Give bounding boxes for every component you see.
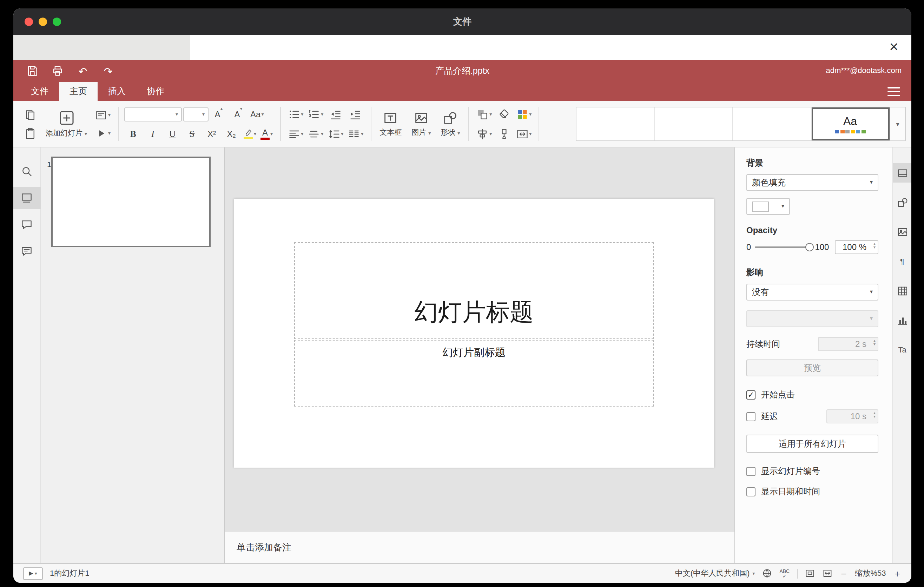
comments-button[interactable] [13,213,40,236]
slides-panel-button[interactable] [13,187,40,209]
zoom-out-button[interactable]: − [840,568,848,579]
document-language-button[interactable] [762,568,772,579]
horizontal-align-button[interactable]: ▾ [286,125,305,142]
copy-style-button[interactable] [495,125,513,142]
image-settings-tab[interactable] [893,222,911,242]
close-editor-button[interactable]: × [885,37,903,57]
numbering-button[interactable]: ▾ [306,106,325,122]
insert-textbox-button[interactable]: 文本框 [375,101,406,147]
slide-settings-icon [896,167,908,179]
start-slideshow-button[interactable]: ▾ [93,125,112,142]
notes-area[interactable]: 单击添加备注 [225,531,734,563]
line-spacing-button[interactable]: ▾ [326,125,345,142]
tab-file[interactable]: 文件 [20,82,59,101]
table-settings-tab[interactable] [893,281,911,300]
view-settings-menu-icon[interactable] [888,87,900,96]
language-select[interactable]: 中文(中华人民共和国)▾ [675,568,755,579]
start-on-click-checkbox[interactable]: ✓ [746,391,756,399]
effect-select[interactable]: 没有▾ [746,284,878,300]
decrease-indent-button[interactable] [326,106,345,122]
align-shape-button[interactable]: ▾ [475,125,493,142]
background-fill-select[interactable]: 颜色填充▾ [746,174,878,191]
font-size-select[interactable]: ▾ [183,107,208,121]
strikethrough-button[interactable]: S [183,125,201,142]
align-objects-icon [476,127,489,140]
slide-title-text: 幻灯片标题 [414,296,534,329]
user-account-email: adm***@dootask.com [826,66,901,74]
slide-size-button[interactable]: ▾ [514,125,533,142]
desktop: 文件 × ↶ ↷ 产品介绍.pptx adm***@dootask.com [0,0,924,587]
subscript-button[interactable]: X₂ [222,125,241,142]
layout-icon [95,109,107,121]
shape-settings-tab[interactable] [893,192,911,212]
insert-shape-button[interactable]: 形状▾ [436,101,465,147]
increase-font-size-button[interactable]: A▴ [210,106,228,122]
image-settings-icon [896,226,908,238]
underline-button[interactable]: U [163,125,182,142]
theme-option-1[interactable] [576,107,655,140]
plus-square-icon [58,110,75,126]
bullets-button[interactable]: ▾ [286,106,305,122]
vertical-align-button[interactable]: ▾ [306,125,325,142]
paragraph-settings-tab[interactable]: ¶ [893,251,911,271]
italic-button[interactable]: I [144,125,162,142]
theme-preview-text: Aa [843,115,857,127]
bold-button[interactable]: B [124,125,142,142]
tab-home[interactable]: 主页 [59,82,97,101]
delay-checkbox[interactable] [746,412,756,421]
editor-area: 幻灯片标题 幻灯片副标题 单击添加备注 [225,147,734,563]
fit-slide-button[interactable] [804,568,815,579]
redo-button[interactable]: ↷ [99,63,117,79]
decrease-font-size-button[interactable]: A▾ [229,106,248,122]
search-button[interactable] [13,160,40,183]
theme-option-2[interactable] [655,107,733,140]
tab-collaboration[interactable]: 协作 [136,82,175,101]
save-button[interactable] [23,63,41,79]
font-color-button[interactable]: A▾ [259,125,274,142]
theme-gallery-expand-button[interactable]: ▾ [889,107,905,140]
opacity-slider[interactable] [754,246,809,248]
fit-width-button[interactable] [822,568,832,579]
opacity-value-input[interactable]: 100 % ▴▾ [835,240,878,254]
background-color-picker[interactable]: ▾ [746,198,790,215]
arrange-shape-button[interactable]: ▾ [475,106,493,122]
superscript-button[interactable]: X² [203,125,221,142]
spinner-arrows-icon[interactable]: ▴▾ [873,242,876,249]
zoom-in-button[interactable]: + [893,568,901,579]
paste-button[interactable] [21,125,39,142]
show-slide-number-checkbox[interactable] [746,467,756,476]
insert-image-button[interactable]: 图片▾ [406,101,436,147]
clear-style-button[interactable] [495,106,513,122]
preview-button[interactable]: 预览 [746,359,878,376]
highlight-color-button[interactable]: ▾ [242,125,258,142]
increase-indent-button[interactable] [346,106,364,122]
print-button[interactable] [48,63,67,79]
add-slide-button[interactable]: 添加幻灯片▾ [41,101,91,147]
opacity-slider-knob[interactable] [805,243,813,251]
font-name-select[interactable]: ▾ [124,107,182,121]
subtitle-placeholder[interactable]: 幻灯片副标题 [294,340,654,407]
chat-button[interactable] [13,240,40,262]
title-placeholder[interactable]: 幻灯片标题 [294,242,654,339]
slide-settings-tab[interactable] [893,163,911,183]
chart-settings-tab[interactable] [893,310,911,330]
slide-canvas[interactable]: 幻灯片标题 幻灯片副标题 [234,199,714,468]
apply-to-all-slides-button[interactable]: 适用于所有幻灯片 [746,435,878,453]
copy-button[interactable] [21,106,39,123]
spellcheck-button[interactable]: ABC ✓ [779,569,790,578]
zoom-level: 缩放%53 [855,568,886,579]
slide-thumbnail[interactable] [51,157,211,247]
font-color-letter: A [262,128,268,137]
color-scheme-button[interactable]: ▾ [514,106,533,122]
theme-option-3[interactable] [733,107,811,140]
undo-button[interactable]: ↶ [74,63,92,79]
start-slideshow-status-button[interactable]: ▶▾ [23,567,43,580]
change-layout-button[interactable]: ▾ [93,106,112,123]
tab-insert[interactable]: 插入 [97,82,136,101]
insert-columns-button[interactable]: ▾ [346,125,365,142]
bullet-list-icon [287,108,300,120]
theme-option-selected[interactable]: Aa [811,107,889,140]
change-case-button[interactable]: Aa▾ [249,106,265,122]
show-date-time-checkbox[interactable] [746,487,756,496]
textart-settings-tab[interactable]: Ta [893,340,911,359]
